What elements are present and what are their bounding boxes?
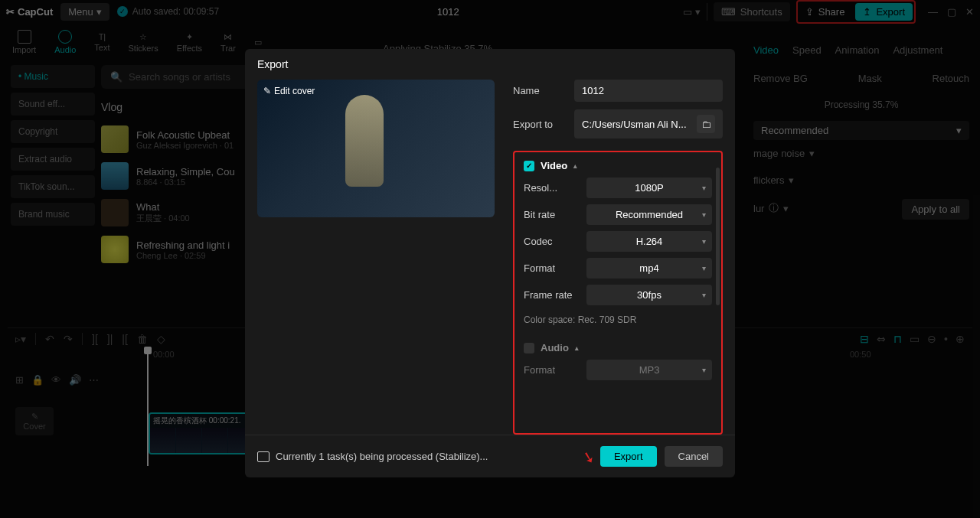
arrow-annotation-icon: ➘ bbox=[580, 446, 598, 468]
resolution-value: 1080P bbox=[635, 182, 664, 194]
cancel-button[interactable]: Cancel bbox=[665, 446, 723, 467]
chevron-down-icon: ▾ bbox=[702, 210, 706, 219]
resolution-select[interactable]: 1080P▾ bbox=[586, 178, 712, 198]
folder-icon[interactable]: 🗀 bbox=[697, 115, 715, 133]
pencil-icon: ✎ bbox=[263, 86, 271, 96]
export-settings-box: ✓ Video ▴ Resol... 1080P▾ Bit rate Recom… bbox=[513, 151, 723, 435]
export-dialog: Export ✎ Edit cover Name 1012 Export to … bbox=[245, 49, 735, 477]
framerate-select[interactable]: 30fps▾ bbox=[586, 285, 712, 305]
video-checkbox[interactable]: ✓ bbox=[524, 161, 534, 171]
colorspace-info: Color space: Rec. 709 SDR bbox=[524, 311, 712, 333]
chevron-down-icon: ▾ bbox=[702, 264, 706, 272]
chevron-down-icon: ▾ bbox=[702, 366, 706, 374]
bitrate-value: Recommended bbox=[616, 209, 683, 220]
video-section-header[interactable]: ✓ Video ▴ bbox=[524, 160, 712, 171]
chevron-down-icon: ▾ bbox=[702, 184, 706, 192]
resolution-label: Resol... bbox=[524, 182, 579, 194]
cover-preview: ✎ Edit cover bbox=[257, 80, 495, 217]
export-confirm-button[interactable]: Export bbox=[600, 446, 657, 467]
audio-format-label: Format bbox=[524, 364, 579, 376]
footer-task-text: Currently 1 task(s) being processed (Sta… bbox=[276, 451, 488, 462]
audio-format-value: MP3 bbox=[639, 364, 660, 376]
framerate-label: Frame rate bbox=[524, 289, 579, 301]
codec-label: Codec bbox=[524, 236, 579, 247]
name-input[interactable]: 1012 bbox=[574, 80, 723, 102]
format-select[interactable]: mp4▾ bbox=[586, 258, 712, 279]
audio-section-header[interactable]: Audio ▴ bbox=[524, 342, 712, 353]
bitrate-select[interactable]: Recommended▾ bbox=[586, 204, 712, 225]
export-to-label: Export to bbox=[513, 119, 567, 130]
caret-up-icon: ▴ bbox=[575, 344, 579, 352]
codec-value: H.264 bbox=[636, 236, 663, 247]
audio-format-select: MP3▾ bbox=[586, 360, 712, 380]
chevron-down-icon: ▾ bbox=[702, 237, 706, 246]
codec-select[interactable]: H.264▾ bbox=[586, 231, 712, 252]
name-label: Name bbox=[513, 85, 567, 96]
bitrate-label: Bit rate bbox=[524, 209, 579, 220]
framerate-value: 30fps bbox=[637, 289, 662, 301]
dialog-title: Export bbox=[245, 49, 735, 80]
export-path-input[interactable]: C:/Users/Usman Ali N... 🗀 bbox=[574, 109, 723, 138]
caret-up-icon: ▴ bbox=[573, 162, 577, 170]
scrollbar-thumb[interactable] bbox=[716, 168, 720, 305]
audio-checkbox[interactable] bbox=[524, 343, 534, 353]
edit-cover-label: Edit cover bbox=[274, 86, 315, 96]
export-path-value: C:/Users/Usman Ali N... bbox=[582, 119, 687, 130]
film-icon bbox=[257, 451, 270, 462]
format-label: Format bbox=[524, 262, 579, 274]
video-label: Video bbox=[541, 160, 567, 171]
format-value: mp4 bbox=[639, 262, 658, 274]
dialog-footer: Currently 1 task(s) being processed (Sta… bbox=[245, 435, 735, 477]
chevron-down-icon: ▾ bbox=[702, 291, 706, 299]
audio-label: Audio bbox=[541, 342, 569, 353]
edit-cover-button[interactable]: ✎ Edit cover bbox=[263, 86, 315, 96]
